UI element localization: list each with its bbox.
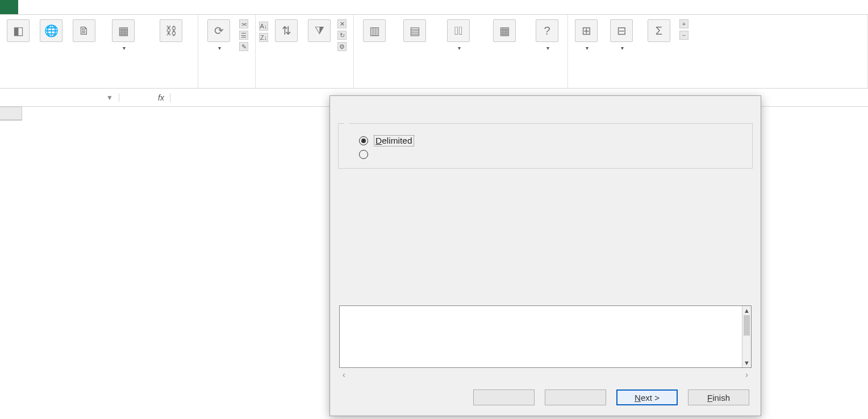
chevron-down-icon[interactable]: ▼ [106, 94, 113, 102]
scroll-thumb[interactable] [744, 315, 750, 336]
from-web-button[interactable]: 🌐 [36, 16, 66, 43]
group-sort-filter: A↓ Z↓ ⇅ ⧩ ✕ ↻ ⚙ [256, 15, 354, 88]
reapply-icon: ↻ [337, 31, 347, 40]
text-to-columns-icon: ▥ [363, 19, 386, 42]
from-access-button[interactable]: ◧ [3, 16, 33, 43]
scroll-left-icon[interactable]: ‹ [343, 370, 345, 379]
text-file-icon: 🗎 [73, 19, 95, 42]
sort-desc-button[interactable]: Z↓ [259, 33, 268, 42]
show-detail-icon: + [679, 19, 688, 28]
from-other-sources-button[interactable]: ▦ [102, 16, 144, 52]
properties-icon: ☰ [239, 31, 248, 40]
advanced-button[interactable]: ⚙ [337, 42, 350, 51]
edit-links-icon: ✎ [239, 42, 248, 51]
properties-button[interactable]: ☰ [239, 31, 252, 40]
from-text-button[interactable]: 🗎 [69, 16, 99, 43]
sort-desc-icon: Z↓ [259, 33, 268, 42]
fieldset-legend [344, 118, 349, 128]
filter-button[interactable]: ⧩ [304, 16, 334, 43]
clear-button[interactable]: ✕ [337, 19, 350, 28]
cancel-button[interactable] [473, 389, 535, 405]
radio-fixed-width[interactable] [359, 150, 746, 159]
clear-icon: ✕ [337, 19, 347, 28]
next-button[interactable]: Next > [616, 389, 678, 405]
database-icon: ◧ [7, 19, 30, 42]
show-detail-button[interactable]: + [679, 19, 692, 28]
globe-icon: 🌐 [40, 19, 62, 42]
hide-detail-icon: − [679, 31, 688, 40]
ungroup-icon: ⊟ [610, 19, 633, 42]
group-label [3, 83, 194, 88]
ribbon: ◧ 🌐 🗎 ▦ ⛓ ⟳ ⫘ ☰ ✎ A↓ Z↓ ⇅ ⧩ [0, 15, 868, 89]
original-data-type-fieldset: Delimited [338, 123, 753, 169]
tab-file[interactable] [0, 0, 18, 14]
group-button[interactable]: ⊞ [571, 16, 601, 52]
scroll-up-icon[interactable]: ▲ [742, 306, 751, 315]
data-validation-button[interactable]: ✓⃝ [438, 16, 479, 52]
validation-icon: ✓⃝ [447, 19, 470, 42]
advanced-icon: ⚙ [337, 42, 347, 51]
group-label [357, 83, 564, 88]
existing-connections-button[interactable]: ⛓ [148, 16, 194, 43]
ungroup-button[interactable]: ⊟ [604, 16, 639, 52]
scrollbar-horizontal[interactable]: ‹› [338, 368, 753, 382]
sort-asc-button[interactable]: A↓ [259, 22, 268, 31]
funnel-icon: ⧩ [308, 19, 331, 42]
group-connections: ⟳ ⫘ ☰ ✎ [198, 15, 256, 88]
consolidate-icon: ▦ [493, 19, 516, 42]
radio-icon [359, 150, 368, 159]
fx-label[interactable]: fx [119, 93, 170, 102]
text-to-columns-button[interactable]: ▥ [357, 16, 391, 43]
connections-button[interactable]: ⫘ [239, 19, 252, 28]
select-all-corner[interactable] [0, 107, 22, 120]
reapply-button[interactable]: ↻ [337, 31, 350, 40]
group-icon: ⊞ [575, 19, 598, 42]
edit-links-button[interactable]: ✎ [239, 42, 252, 51]
group-label [202, 83, 252, 88]
menu-tabs [0, 0, 868, 15]
text-to-columns-dialog: Delimited ▲ ▼ ‹› N [329, 95, 761, 416]
remove-duplicates-icon: ▤ [403, 19, 426, 42]
hide-detail-button[interactable]: − [679, 31, 692, 40]
subtotal-button[interactable]: Σ [642, 16, 676, 43]
subtotal-icon: Σ [648, 19, 670, 42]
refresh-icon: ⟳ [207, 19, 230, 42]
remove-duplicates-button[interactable]: ▤ [395, 16, 435, 43]
dialog-titlebar[interactable] [330, 96, 761, 103]
consolidate-button[interactable]: ▦ [482, 16, 527, 43]
whatif-icon: ? [536, 19, 558, 42]
whatif-analysis-button[interactable]: ? [530, 16, 564, 52]
group-outline: ⊞ ⊟ Σ + − [568, 15, 868, 88]
preview-box: ▲ ▼ [339, 305, 752, 368]
scroll-right-icon[interactable]: › [745, 370, 748, 379]
radio-delimited[interactable]: Delimited [359, 135, 746, 146]
finish-button[interactable]: Finish [688, 389, 749, 405]
group-get-external-data: ◧ 🌐 🗎 ▦ ⛓ [0, 15, 198, 88]
sort-asc-icon: A↓ [259, 22, 268, 31]
scroll-down-icon[interactable]: ▼ [742, 358, 751, 367]
name-box[interactable]: ▼ [0, 94, 119, 102]
group-data-tools: ▥ ▤ ✓⃝ ▦ ? [354, 15, 568, 88]
refresh-all-button[interactable]: ⟳ [202, 16, 236, 52]
radio-icon [359, 136, 368, 145]
sort-icon: ⇅ [275, 19, 298, 42]
scrollbar-vertical[interactable]: ▲ ▼ [742, 306, 751, 367]
sources-icon: ▦ [112, 19, 135, 42]
group-label [259, 83, 350, 88]
connections-icon: ⛓ [160, 19, 182, 42]
sort-button[interactable]: ⇅ [272, 16, 301, 43]
back-button[interactable] [545, 389, 606, 405]
group-label [571, 83, 864, 88]
link-icon: ⫘ [239, 19, 248, 28]
